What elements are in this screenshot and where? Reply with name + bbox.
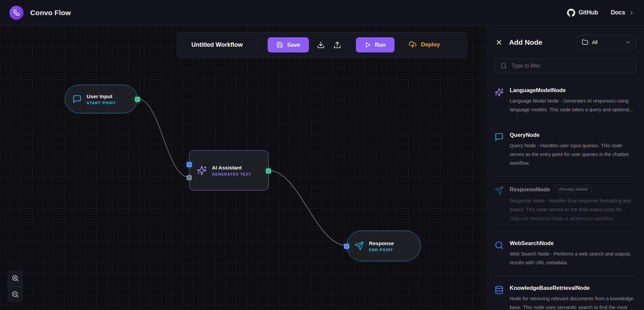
node-list: LanguageModelNode Language Model Node - … <box>495 78 636 310</box>
node-text: AI Assistant GENERATES TEXT <box>212 165 251 176</box>
item-body: LanguageModelNode Language Model Node - … <box>510 87 636 114</box>
node-title: Response <box>369 240 394 246</box>
category-filter-dropdown[interactable]: All <box>577 35 636 49</box>
close-icon <box>495 39 503 46</box>
item-name: WebSearchNode <box>510 240 554 246</box>
cloud-upload-icon <box>409 41 417 49</box>
item-description: Response Node - Handles final response f… <box>510 196 636 214</box>
save-icon <box>276 41 283 48</box>
paper-plane-icon <box>354 241 364 251</box>
item-name: KnowledgeBaseRetrievalNode <box>510 285 590 291</box>
app-header: Convo Flow GitHub Docs <box>0 0 644 26</box>
source-handle-green[interactable] <box>135 97 140 102</box>
item-body: QueryNode Query Node - Handles user inpu… <box>510 132 636 167</box>
item-name: QueryNode <box>510 132 540 138</box>
deploy-button[interactable]: Deploy <box>409 41 440 49</box>
paper-plane-icon <box>495 186 504 195</box>
item-description: Node for retrieving relevant documents f… <box>510 294 636 310</box>
app-title: Convo Flow <box>30 9 71 17</box>
node-title: AI Assistant <box>212 165 251 171</box>
search-icon <box>495 241 504 250</box>
node-text: Response END POINT <box>369 240 394 252</box>
node-response[interactable]: Response END POINT <box>347 231 421 261</box>
item-body: WebSearchNode Web Search Node - Performs… <box>510 240 636 267</box>
brand: Convo Flow <box>9 6 71 20</box>
workflow-icon <box>13 9 20 16</box>
item-note: Only one Response Node is allowed per wo… <box>510 215 636 222</box>
list-item-query-node[interactable]: QueryNode Query Node - Handles user inpu… <box>495 123 636 177</box>
node-user-input[interactable]: User Input START POINT <box>65 85 138 113</box>
github-icon <box>567 9 575 17</box>
target-handle-gray[interactable] <box>187 175 192 180</box>
item-description: Language Model Node - Generates AI respo… <box>510 96 636 114</box>
node-subtitle: END POINT <box>369 248 394 252</box>
app-logo <box>9 6 24 20</box>
already-added-badge: Already added <box>555 185 592 193</box>
zoom-out-button[interactable] <box>7 286 23 302</box>
save-label: Save <box>287 42 300 48</box>
app-root: Convo Flow GitHub Docs <box>0 0 644 310</box>
github-label: GitHub <box>579 9 598 16</box>
item-body: ResponseNode Already added Response Node… <box>510 185 636 222</box>
close-panel-button[interactable] <box>495 38 503 47</box>
zoom-in-button[interactable] <box>7 270 23 286</box>
node-subtitle: START POINT <box>87 101 116 105</box>
docs-link[interactable]: Docs <box>611 9 635 16</box>
github-link[interactable]: GitHub <box>567 9 598 17</box>
item-body: KnowledgeBaseRetrievalNode Node for retr… <box>510 285 636 310</box>
chevron-right-icon <box>629 10 635 16</box>
zoom-in-icon <box>12 275 19 282</box>
item-description: Query Node - Handles user input queries.… <box>510 141 636 167</box>
sparkles-icon <box>197 165 207 176</box>
run-label: Run <box>375 42 386 48</box>
edge-user-input-to-ai-assistant[interactable] <box>138 99 189 177</box>
source-handle-green[interactable] <box>266 168 271 173</box>
node-ai-assistant[interactable]: AI Assistant GENERATES TEXT <box>189 150 269 191</box>
toolbar-divider <box>257 38 258 51</box>
add-node-panel: Add Node All <box>486 26 644 310</box>
save-button[interactable]: Save <box>268 37 309 52</box>
node-text: User Input START POINT <box>87 93 116 105</box>
upload-button[interactable] <box>331 39 343 51</box>
workflow-toolbar: Save Run Dep <box>177 32 467 57</box>
category-filter-value: All <box>592 39 598 45</box>
item-name: ResponseNode <box>510 186 550 193</box>
panel-header: Add Node All <box>495 35 636 49</box>
chevron-down-icon <box>625 39 631 45</box>
list-item-web-search-node[interactable]: WebSearchNode Web Search Node - Performs… <box>495 231 636 276</box>
download-button[interactable] <box>315 39 327 51</box>
item-name: LanguageModelNode <box>510 87 566 93</box>
header-links: GitHub Docs <box>567 9 635 17</box>
zoom-controls <box>7 270 23 302</box>
node-subtitle: GENERATES TEXT <box>212 172 251 176</box>
workflow-name-input[interactable] <box>191 41 257 48</box>
database-icon <box>495 285 504 295</box>
list-item-knowledge-base-retrieval-node[interactable]: KnowledgeBaseRetrievalNode Node for retr… <box>495 276 636 310</box>
target-handle-blue[interactable] <box>344 244 349 249</box>
panel-title: Add Node <box>509 38 542 46</box>
item-description: Web Search Node - Performs a web search … <box>510 249 636 267</box>
zoom-out-icon <box>12 291 19 298</box>
list-item-language-model-node[interactable]: LanguageModelNode Language Model Node - … <box>495 78 636 123</box>
chat-bubble-icon <box>73 94 82 104</box>
play-icon <box>365 42 371 48</box>
node-title: User Input <box>87 93 116 100</box>
folder-icon <box>582 39 588 45</box>
deploy-label: Deploy <box>421 41 440 48</box>
docs-label: Docs <box>611 9 625 16</box>
upload-icon <box>333 41 341 49</box>
edge-ai-assistant-to-response[interactable] <box>269 170 347 245</box>
download-icon <box>317 41 325 49</box>
search-icon <box>500 63 507 69</box>
list-item-response-node: ResponseNode Already added Response Node… <box>495 177 636 231</box>
node-filter-input[interactable] <box>511 63 630 69</box>
chat-bubble-icon <box>495 132 504 142</box>
target-handle-blue[interactable] <box>187 162 192 167</box>
run-button[interactable]: Run <box>356 37 395 52</box>
sparkles-icon <box>495 88 504 97</box>
node-search <box>495 58 636 74</box>
